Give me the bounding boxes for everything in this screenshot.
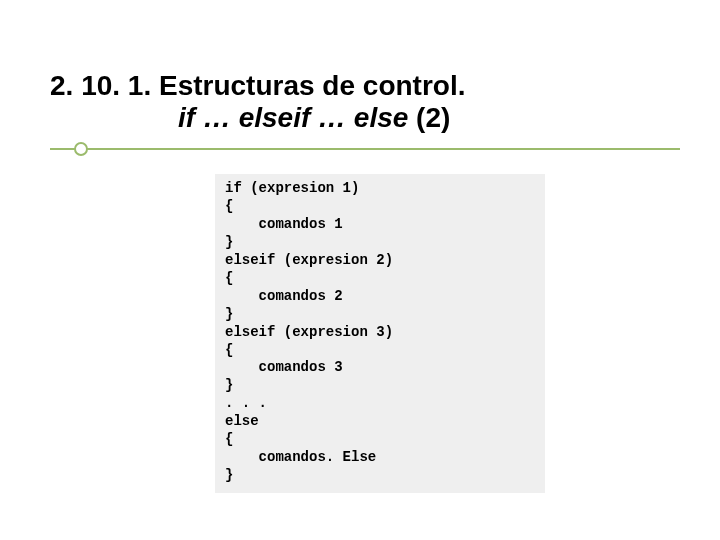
code-line: } <box>225 467 233 483</box>
code-line: comandos 3 <box>225 359 343 375</box>
slide-title: 2. 10. 1. Estructuras de control. if … e… <box>50 70 680 134</box>
code-block: if (expresion 1) { comandos 1 } elseif (… <box>215 174 545 492</box>
code-line: } <box>225 306 233 322</box>
rule-bullet-icon <box>74 142 88 156</box>
code-line: comandos 1 <box>225 216 343 232</box>
code-line: elseif (expresion 3) <box>225 324 393 340</box>
code-line: { <box>225 342 233 358</box>
slide: 2. 10. 1. Estructuras de control. if … e… <box>0 0 720 540</box>
rule-line <box>50 148 680 150</box>
code-line: } <box>225 377 233 393</box>
title-line-2: if … elseif … else (2) <box>50 102 680 134</box>
code-line: . . . <box>225 395 267 411</box>
code-line: else <box>225 413 259 429</box>
title-italic-part: if … elseif … else <box>178 102 408 133</box>
title-underline <box>50 142 680 156</box>
code-line: elseif (expresion 2) <box>225 252 393 268</box>
title-suffix: (2) <box>408 102 450 133</box>
code-line: if (expresion 1) <box>225 180 359 196</box>
code-line: comandos. Else <box>225 449 376 465</box>
code-line: { <box>225 198 233 214</box>
code-line: { <box>225 270 233 286</box>
code-line: { <box>225 431 233 447</box>
code-line: } <box>225 234 233 250</box>
code-line: comandos 2 <box>225 288 343 304</box>
title-line-1: 2. 10. 1. Estructuras de control. <box>50 70 680 102</box>
